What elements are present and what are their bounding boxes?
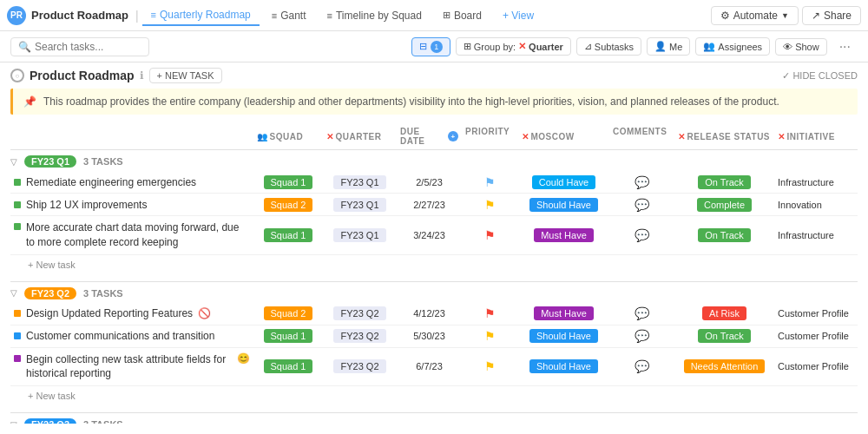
- tab-board[interactable]: ⊞ Board: [434, 6, 490, 25]
- quarter-group-q2: ▽ FY23 Q2 3 TASKS Design Updated Reporti…: [10, 281, 858, 406]
- task-due-date: 5/30/23: [397, 331, 462, 341]
- group-by-button[interactable]: ⊞ Group by: ✕ Quarter: [456, 37, 571, 56]
- quarter-label-q3: FY23 Q3: [24, 418, 76, 424]
- task-moscow: Could Have: [518, 175, 609, 189]
- task-due-date: 6/7/23: [397, 361, 462, 372]
- task-initiative: Customer Profile: [774, 331, 868, 341]
- search-input[interactable]: [35, 41, 141, 53]
- subtasks-icon: ⊿: [584, 41, 592, 52]
- table-row: Remediate engineering emergencies Squad …: [10, 171, 858, 194]
- task-moscow: Should Have: [518, 198, 609, 212]
- new-task-label: + NEW TASK: [157, 70, 214, 81]
- task-name: Remediate engineering emergencies: [26, 176, 196, 188]
- hide-closed-button[interactable]: ✓ HIDE CLOSED: [782, 70, 858, 82]
- task-release: Complete: [674, 198, 774, 212]
- task-comment: 💬: [609, 175, 674, 189]
- new-task-button[interactable]: + NEW TASK: [149, 68, 222, 83]
- show-label: Show: [795, 42, 819, 52]
- task-initiative: Infrastructure: [774, 177, 868, 187]
- page-header: ○ Product Roadmap ℹ + NEW TASK ✓ HIDE CL…: [0, 62, 868, 89]
- task-squad: Squad 1: [253, 329, 323, 343]
- task-priority: ⚑: [462, 329, 518, 343]
- group-by-label: Group by:: [474, 42, 516, 52]
- tab-quarterly[interactable]: ≡ Quarterly Roadmap: [142, 5, 260, 26]
- task-squad: Squad 2: [253, 198, 323, 212]
- info-icon[interactable]: ℹ: [140, 69, 144, 82]
- collapse-q2-icon[interactable]: ▽: [10, 288, 17, 298]
- tab-gantt[interactable]: ≡ Gantt: [263, 6, 315, 25]
- share-button[interactable]: ↗ Share: [802, 6, 861, 25]
- collapse-q1-icon[interactable]: ▽: [10, 157, 17, 167]
- task-name: Design Updated Reporting Features: [26, 307, 193, 319]
- search-box[interactable]: 🔍: [10, 37, 149, 56]
- column-headers: 👥SQUAD ✕QUARTER DUE DATE+ PRIORITY ✕MOSC…: [10, 123, 858, 150]
- table-row: Ship 12 UX improvements Squad 2 FY23 Q1 …: [10, 194, 858, 216]
- collapse-q3-icon[interactable]: ▽: [10, 420, 17, 424]
- quarter-label-q2: FY23 Q2: [24, 287, 76, 299]
- task-due-date: 2/5/23: [397, 177, 462, 187]
- task-name-cell: Customer communications and transition: [10, 328, 253, 344]
- tab-add-view[interactable]: + View: [494, 6, 542, 25]
- assignees-icon: 👥: [703, 41, 715, 52]
- col-priority: PRIORITY: [462, 127, 518, 146]
- col-task: [10, 127, 253, 146]
- automate-icon: ⚙: [720, 10, 730, 22]
- group-by-value: Quarter: [529, 42, 563, 52]
- task-priority: ⚑: [462, 359, 518, 373]
- quarterly-label: Quarterly Roadmap: [160, 9, 251, 21]
- filter-count: 1: [431, 41, 443, 53]
- quarter-header-q1: ▽ FY23 Q1 3 TASKS: [10, 150, 858, 171]
- task-name-cell: More accurate chart data moving forward,…: [10, 219, 253, 252]
- task-dot: [14, 310, 21, 317]
- filter-button[interactable]: ⊟ 1: [411, 37, 450, 56]
- group-by-icon: ⊞: [464, 41, 471, 52]
- add-task-q1[interactable]: + New task: [10, 255, 858, 274]
- task-name: Begin collecting new task attribute fiel…: [26, 352, 232, 382]
- add-task-q2[interactable]: + New task: [10, 386, 858, 405]
- task-release: On Track: [674, 329, 774, 343]
- tab-timeline[interactable]: ≡ Timeline by Squad: [319, 6, 431, 25]
- top-nav: PR Product Roadmap | ≡ Quarterly Roadmap…: [0, 0, 868, 31]
- search-icon: 🔍: [18, 41, 31, 53]
- quarter-group-q3: ▽ FY23 Q3 3 TASKS Verified Improvements …: [10, 412, 858, 424]
- main-content: 👥SQUAD ✕QUARTER DUE DATE+ PRIORITY ✕MOSC…: [0, 118, 868, 424]
- q3-task-count: 3 TASKS: [83, 419, 123, 424]
- quarter-label-q1: FY23 Q1: [24, 155, 76, 168]
- more-button[interactable]: ···: [832, 36, 858, 57]
- table-row: Begin collecting new task attribute fiel…: [10, 348, 858, 387]
- assignees-label: Assignees: [718, 42, 762, 52]
- task-dot: [14, 179, 21, 186]
- task-dot: [14, 201, 21, 208]
- task-quarter: FY23 Q1: [323, 198, 397, 212]
- task-release: On Track: [674, 175, 774, 189]
- quarter-group-q1: ▽ FY23 Q1 3 TASKS Remediate engineering …: [10, 150, 858, 274]
- col-release: ✕RELEASE STATUS: [674, 127, 774, 146]
- me-button[interactable]: 👤 Me: [647, 37, 690, 56]
- task-squad: Squad 1: [253, 228, 323, 242]
- col-comments: COMMENTS: [609, 127, 674, 146]
- task-dot: [14, 223, 21, 230]
- task-initiative: Innovation: [774, 200, 868, 210]
- task-dot: [14, 332, 21, 339]
- task-name: More accurate chart data moving forward,…: [26, 220, 250, 250]
- emoji-icon: 😊: [237, 352, 250, 365]
- show-button[interactable]: 👁 Show: [775, 38, 827, 56]
- task-name: Customer communications and transition: [26, 330, 214, 342]
- pin-icon: 📌: [23, 95, 36, 108]
- task-name: Ship 12 UX improvements: [26, 199, 147, 211]
- col-quarter: ✕QUARTER: [323, 127, 397, 146]
- filter-icon: ⊟: [419, 41, 427, 52]
- eye-icon: 👁: [783, 42, 792, 52]
- me-label: Me: [669, 42, 682, 52]
- task-priority: ⚑: [462, 306, 518, 320]
- share-label: Share: [824, 10, 852, 22]
- assignees-button[interactable]: 👥 Assignees: [695, 37, 770, 56]
- page-title: Product Roadmap: [30, 69, 135, 82]
- task-dot: [14, 355, 21, 362]
- automate-button[interactable]: ⚙ Automate ▼: [711, 6, 799, 25]
- timeline-icon: ≡: [327, 10, 332, 21]
- q1-task-count: 3 TASKS: [83, 156, 123, 167]
- subtasks-button[interactable]: ⊿ Subtasks: [576, 37, 641, 56]
- task-squad: Squad 2: [253, 306, 323, 320]
- task-initiative: Infrastructure: [774, 230, 868, 240]
